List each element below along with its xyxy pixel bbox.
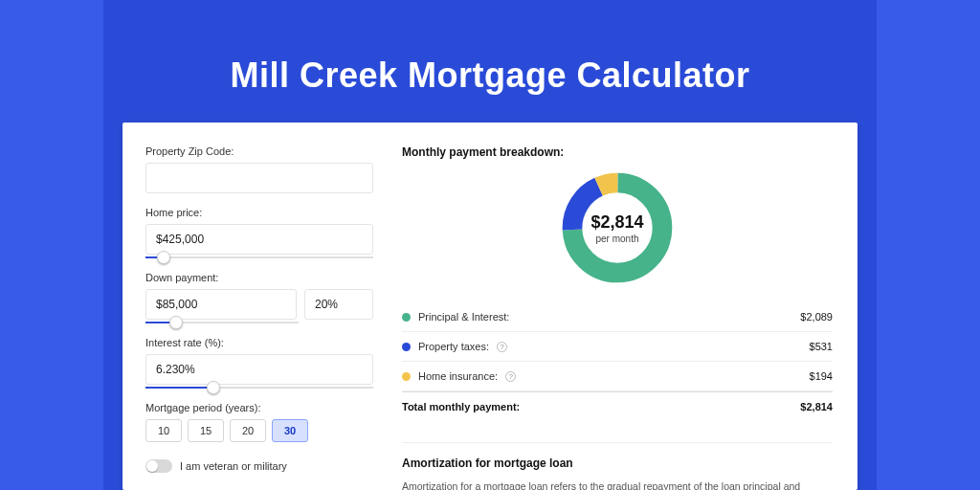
info-icon[interactable]: ? xyxy=(497,342,507,352)
down-payment-slider[interactable] xyxy=(145,322,299,323)
home-price-slider[interactable] xyxy=(145,256,373,258)
period-option-15[interactable]: 15 xyxy=(188,419,224,442)
down-payment-slider-thumb[interactable] xyxy=(169,316,183,329)
donut-center-amount: $2,814 xyxy=(590,212,643,233)
donut-center-sub: per month xyxy=(595,234,638,244)
down-payment-pct-input[interactable] xyxy=(304,289,373,320)
info-icon[interactable]: ? xyxy=(505,371,516,382)
down-payment-label: Down payment: xyxy=(145,272,373,283)
interest-rate-label: Interest rate (%): xyxy=(145,337,373,348)
zip-input[interactable] xyxy=(145,163,373,193)
legend-label-insurance: Home insurance: xyxy=(418,370,498,382)
page-title: Mill Creek Mortgage Calculator xyxy=(0,56,980,96)
veteran-toggle-label: I am veteran or military xyxy=(180,460,287,472)
veteran-toggle-knob xyxy=(146,460,158,472)
interest-rate-input[interactable] xyxy=(145,354,373,385)
legend-dot-taxes xyxy=(402,343,411,351)
legend-row-principal: Principal & Interest: $2,089 xyxy=(402,302,833,332)
home-price-label: Home price: xyxy=(145,207,373,218)
inputs-pane: Property Zip Code: Home price: Down paym… xyxy=(122,122,390,490)
legend-value-principal: $2,089 xyxy=(800,311,833,323)
mortgage-period-label: Mortgage period (years): xyxy=(145,402,373,413)
legend-dot-principal xyxy=(402,313,411,322)
legend-value-insurance: $194 xyxy=(810,370,833,382)
legend-value-taxes: $531 xyxy=(810,341,833,352)
interest-rate-slider-fill xyxy=(145,387,213,389)
legend-label-total: Total monthly payment: xyxy=(402,401,520,412)
breakdown-title: Monthly payment breakdown: xyxy=(402,145,833,159)
legend-label-taxes: Property taxes: xyxy=(418,341,489,352)
period-option-10[interactable]: 10 xyxy=(145,419,182,442)
interest-rate-slider-thumb[interactable] xyxy=(207,381,220,394)
zip-label: Property Zip Code: xyxy=(145,145,373,157)
mortgage-period-group: 10 15 20 30 xyxy=(145,419,373,442)
legend-row-total: Total monthly payment: $2,814 xyxy=(402,391,833,421)
amortization-text: Amortization for a mortgage loan refers … xyxy=(402,479,833,490)
legend-value-total: $2,814 xyxy=(800,401,833,412)
period-option-20[interactable]: 20 xyxy=(230,419,266,442)
down-payment-input[interactable] xyxy=(145,289,297,320)
breakdown-donut-chart: $2,814 per month xyxy=(558,168,677,287)
calculator-card: Property Zip Code: Home price: Down paym… xyxy=(122,122,858,490)
interest-rate-slider[interactable] xyxy=(145,387,373,389)
home-price-input[interactable] xyxy=(145,224,373,255)
legend-row-insurance: Home insurance: ? $194 xyxy=(402,362,833,391)
legend-dot-insurance xyxy=(402,372,411,381)
legend-label-principal: Principal & Interest: xyxy=(418,311,509,323)
veteran-toggle[interactable] xyxy=(145,459,172,473)
legend-row-taxes: Property taxes: ? $531 xyxy=(402,332,833,362)
amortization-title: Amortization for mortgage loan xyxy=(402,457,833,470)
home-price-slider-thumb[interactable] xyxy=(157,251,170,264)
period-option-30[interactable]: 30 xyxy=(272,419,308,442)
breakdown-pane: Monthly payment breakdown: $2,814 per mo… xyxy=(390,122,858,490)
